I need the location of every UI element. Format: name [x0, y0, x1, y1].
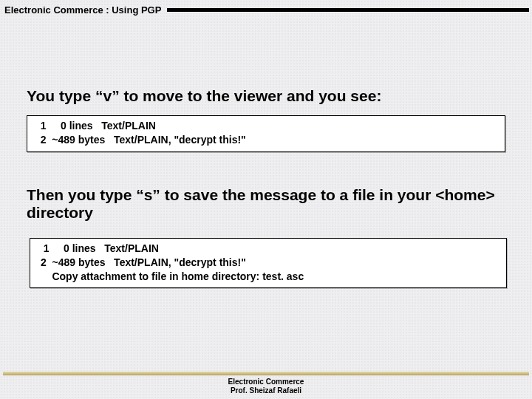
heading-1: You type “v” to move to the viewer and y…	[27, 87, 505, 105]
footer-line-2: Prof. Sheizaf Rafaeli	[0, 386, 532, 395]
viewer-output-box-2: 1 0 lines Text/PLAIN 2 ~489 bytes Text/P…	[30, 238, 507, 289]
footer-divider	[3, 372, 529, 375]
output-line: 2 ~489 bytes Text/PLAIN, "decrypt this!"	[35, 133, 497, 147]
output-line: 1 0 lines Text/PLAIN	[38, 242, 499, 256]
viewer-output-box-1: 1 0 lines Text/PLAIN 2 ~489 bytes Text/P…	[27, 115, 505, 152]
slide-title: Electronic Commerce : Using PGP	[4, 4, 167, 16]
title-rule	[167, 8, 529, 12]
title-bar: Electronic Commerce : Using PGP	[0, 0, 532, 19]
output-line: Copy attachment to file in home director…	[38, 270, 499, 284]
output-line: 2 ~489 bytes Text/PLAIN, "decrypt this!"	[38, 256, 499, 270]
heading-2: Then you type “s” to save the message to…	[27, 186, 505, 222]
slide-content: You type “v” to move to the viewer and y…	[0, 19, 532, 288]
slide-footer: Electronic Commerce Prof. Sheizaf Rafael…	[0, 372, 532, 395]
output-line: 1 0 lines Text/PLAIN	[35, 119, 497, 133]
footer-line-1: Electronic Commerce	[0, 378, 532, 386]
